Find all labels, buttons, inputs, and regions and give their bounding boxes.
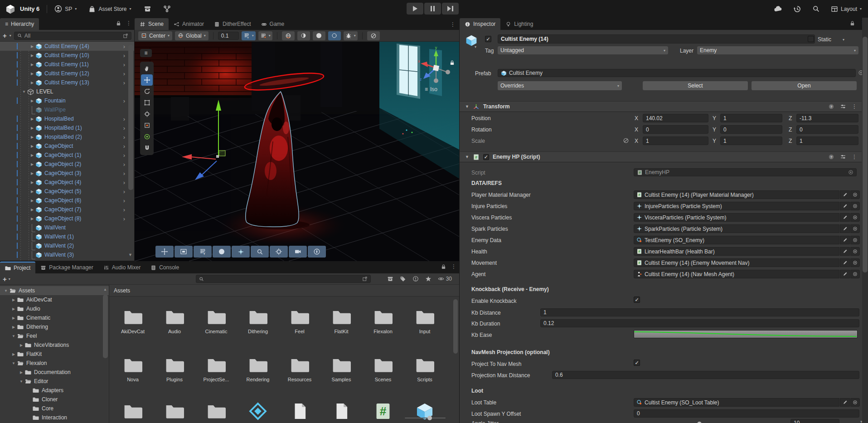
favorites-star-icon[interactable]	[425, 276, 432, 282]
object-field[interactable]: VisceraParticles (Particle System)	[634, 213, 839, 222]
object-field[interactable]: LinearHealthBar (Health Bar)	[634, 247, 839, 256]
bottom-panel-tab[interactable]: Audio Mixer	[98, 262, 145, 273]
kb-ease-curve-field[interactable]	[634, 330, 858, 338]
object-picker-button[interactable]	[850, 213, 860, 222]
edit-pencil-button[interactable]	[840, 247, 850, 256]
bottom-panel-tab[interactable]: Console	[145, 262, 184, 273]
scene-view-tab[interactable]: Scene	[135, 18, 169, 30]
asset-item[interactable]	[154, 402, 195, 423]
expand-arrow-icon[interactable]: ▶	[10, 352, 17, 356]
folder-tree-row[interactable]: ▶ NiceVibrations	[0, 340, 109, 350]
axis-z-field[interactable]: 1	[796, 136, 858, 145]
grid-visibility-button[interactable]: ▾	[242, 31, 256, 40]
move-overlay-button[interactable]	[155, 246, 174, 258]
prefab-open-chevron[interactable]: ›	[123, 206, 125, 213]
hierarchy-item[interactable]: ▶ CageObject (4) ›	[0, 178, 134, 187]
object-picker-button[interactable]	[850, 258, 860, 267]
create-asset-button[interactable]: +	[3, 275, 7, 283]
object-picker-button[interactable]	[850, 224, 860, 233]
hierarchy-item[interactable]: WallPipe	[0, 105, 134, 114]
folder-tree-row[interactable]: ▼ Editor	[0, 377, 109, 386]
chevron-down-icon[interactable]: ▾	[475, 45, 476, 49]
expand-arrow-icon[interactable]: ▶	[29, 162, 35, 166]
scroll-up-arrow-icon[interactable]: ▲	[103, 287, 107, 292]
asset-item[interactable]: Cinematic	[195, 307, 237, 335]
prefab-open-chevron[interactable]: ›	[123, 143, 125, 150]
hierarchy-item[interactable]: ▶ Cultist Enemy (14) ›	[0, 42, 134, 51]
hierarchy-scrollbar[interactable]	[128, 45, 133, 190]
edit-pencil-button[interactable]	[840, 224, 850, 233]
grid-overlay-button[interactable]	[194, 246, 212, 258]
edit-pencil-button[interactable]	[840, 398, 850, 407]
hierarchy-item[interactable]: WallVent (1)	[0, 232, 134, 241]
inspector-tab[interactable]: Lighting	[500, 18, 538, 30]
folder-tree-row[interactable]: Core	[0, 404, 109, 413]
object-picker-button[interactable]	[850, 236, 860, 244]
axis-x-field[interactable]: 140.02	[643, 114, 708, 122]
folder-tree-row[interactable]: ▼ Feel	[0, 331, 109, 340]
crosshair-overlay-button[interactable]	[270, 246, 288, 258]
prefab-select-button[interactable]: Select	[643, 81, 748, 90]
open-search-window-icon[interactable]	[362, 276, 368, 282]
expand-arrow-icon[interactable]: ▶	[29, 44, 35, 49]
edit-pencil-button[interactable]	[840, 270, 850, 278]
object-picker-button[interactable]	[850, 398, 860, 407]
asset-item[interactable]: Input	[404, 307, 446, 335]
hierarchy-item[interactable]: ▶ HospitalBed (2) ›	[0, 132, 134, 141]
asset-store-menu[interactable]: Asset Store▾	[88, 5, 131, 13]
hidden-objects-button[interactable]	[367, 31, 380, 40]
transform-tool[interactable]	[141, 108, 153, 120]
asset-item[interactable]	[237, 402, 279, 423]
folder-tree-row[interactable]: ▶ AkiDevCat	[0, 295, 109, 304]
prefab-open-button[interactable]: Open	[752, 81, 857, 90]
object-field[interactable]: InjureParticles (Particle System)	[634, 202, 839, 210]
grid-scrollbar[interactable]	[453, 299, 458, 354]
expand-arrow-icon[interactable]: ▶	[10, 307, 17, 311]
prefab-open-chevron[interactable]: ›	[123, 161, 125, 168]
label-tag-icon[interactable]	[400, 276, 406, 282]
gameobject-name-field[interactable]: Cultist Enemy (14)	[498, 34, 815, 44]
inspector-scrollbar[interactable]	[862, 18, 868, 423]
kebab-menu-icon[interactable]: ⋮	[852, 154, 857, 160]
asset-item[interactable]: Dithering	[237, 307, 279, 335]
prefab-open-chevron[interactable]: ›	[123, 43, 125, 50]
help-icon[interactable]	[828, 154, 834, 160]
lighting-toggle-button[interactable]	[297, 31, 310, 40]
static-checkbox[interactable]	[808, 36, 814, 42]
rect-tool[interactable]	[141, 97, 153, 108]
object-field[interactable]: Cultist Enemy (14) (Nav Mesh Agent)	[634, 270, 839, 278]
grid-snap-size-field[interactable]: 0.1	[218, 32, 239, 40]
camera-overlay-button[interactable]	[289, 246, 307, 258]
search-icon[interactable]	[812, 5, 820, 13]
hierarchy-item[interactable]: ▶ Cultist Enemy (11) ›	[0, 60, 134, 69]
add-object-button[interactable]: +	[3, 32, 7, 39]
edit-pencil-button[interactable]	[840, 213, 850, 222]
snap-increment-button[interactable]: ▾	[258, 31, 272, 40]
expand-arrow-icon[interactable]: ▶	[29, 72, 35, 76]
lock-icon[interactable]	[849, 20, 855, 26]
angle-jitter-field[interactable]: 10	[790, 419, 839, 423]
expand-arrow-icon[interactable]: ▶	[29, 171, 35, 175]
presets-icon[interactable]	[840, 103, 846, 110]
hierarchy-item[interactable]: ▶ Cultist Enemy (12) ›	[0, 69, 134, 78]
search-overlay-button[interactable]	[251, 246, 269, 258]
expand-arrow-icon[interactable]: ▼	[10, 361, 17, 365]
prefab-object-field[interactable]: Cultist Enemy	[498, 69, 856, 77]
expand-arrow-icon[interactable]: ▼	[21, 90, 27, 94]
asset-item[interactable]: Resources	[279, 355, 320, 383]
hidden-count-badge[interactable]: 30	[438, 276, 452, 282]
expand-arrow-icon[interactable]: ▶	[29, 208, 35, 212]
axis-y-field[interactable]: 1	[720, 136, 782, 145]
transform-component-header[interactable]: ▼ Transform ⋮	[460, 101, 862, 112]
my-assets-icon[interactable]	[144, 5, 151, 13]
asset-item[interactable]: Flexalon	[362, 307, 404, 335]
asset-item[interactable]: Scenes	[362, 355, 404, 383]
prefab-open-chevron[interactable]: ›	[123, 52, 125, 59]
object-field[interactable]: Cultist Enemy (14) (Enemy Movement Nav)	[634, 258, 839, 267]
kebab-menu-icon[interactable]: ⋮	[450, 21, 456, 28]
edit-pencil-button[interactable]	[840, 202, 850, 210]
asset-item[interactable]	[279, 402, 320, 423]
breadcrumb[interactable]: Assets	[114, 287, 130, 294]
play-button[interactable]	[407, 3, 423, 15]
object-field[interactable]: SparkParticles (Particle System)	[634, 224, 839, 233]
